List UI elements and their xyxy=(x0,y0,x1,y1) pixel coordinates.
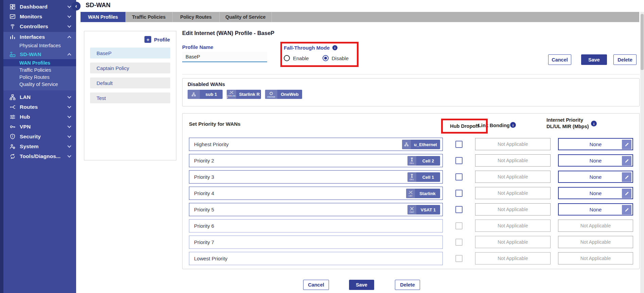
sidebar-item-controllers[interactable]: Controllers xyxy=(3,21,76,31)
sidebar-item-interfaces[interactable]: Interfaces xyxy=(3,32,76,42)
profile-item-basep[interactable]: BaseP xyxy=(90,48,170,58)
hub-dropoff-checkbox[interactable] xyxy=(455,206,463,213)
hub-dropoff-checkbox[interactable] xyxy=(455,157,463,164)
sidebar-item-physical-interfaces[interactable]: Physical Interfaces xyxy=(3,42,76,49)
edit-pencil-button[interactable] xyxy=(622,172,631,182)
profile-item-default[interactable]: Default xyxy=(90,77,170,88)
sidebar-item-system[interactable]: System xyxy=(3,141,76,151)
chevron-down-icon xyxy=(67,4,71,8)
sidebar-item-label: SD-WAN xyxy=(20,51,41,57)
sidebar-item-monitors[interactable]: Monitors xyxy=(3,12,76,21)
profile-name-input[interactable] xyxy=(182,52,267,62)
tab-wan-profiles[interactable]: WAN Profiles xyxy=(81,12,125,22)
tab-quality-of-service[interactable]: Quality of Service xyxy=(220,12,272,22)
routes-icon xyxy=(9,104,16,110)
shield-icon xyxy=(9,133,16,140)
wan-chip-oneweb[interactable]: ONEWEB OneWeb xyxy=(265,90,302,99)
link-bonding-value: Not Applicable xyxy=(475,252,551,264)
edit-pencil-button[interactable] xyxy=(622,189,631,198)
chevron-up-icon xyxy=(67,36,71,39)
sidebar-item-policy-routes[interactable]: Policy Routes xyxy=(3,73,76,81)
sidebar-item-routes[interactable]: Routes xyxy=(3,102,76,112)
sidebar-item-dashboard[interactable]: Dashboard xyxy=(3,2,76,12)
link-bonding-value: Not Applicable xyxy=(475,154,551,167)
sidebar-item-traffic-policies[interactable]: Traffic Policies xyxy=(3,66,76,73)
priority-row-box[interactable]: Highest Priority u_Ethernet xyxy=(189,138,443,151)
link-bonding-value: Not Applicable xyxy=(475,171,551,183)
sidebar-item-lan[interactable]: LAN xyxy=(3,92,76,102)
cell-tower-icon: CELL xyxy=(407,156,416,166)
info-icon[interactable]: i xyxy=(510,122,516,128)
profile-item-test[interactable]: Test xyxy=(90,92,170,103)
chevron-down-icon xyxy=(67,24,71,28)
chevron-down-icon xyxy=(67,144,71,148)
section-divider xyxy=(182,74,640,74)
edit-pencil-button[interactable] xyxy=(622,156,631,166)
sidebar-collapse-button[interactable]: ‹ xyxy=(72,2,81,11)
priority-row-box[interactable]: Priority 6 xyxy=(189,219,443,232)
delete-button[interactable]: Delete xyxy=(395,280,420,290)
sidebar-item-tools-diagnostics[interactable]: Tools/Diagnos... xyxy=(3,151,76,161)
disabled-wans-title: Disabled WANs xyxy=(188,81,225,87)
starlink-icon: LEO xyxy=(406,189,415,198)
cancel-button[interactable]: Cancel xyxy=(548,54,571,65)
info-icon[interactable]: i xyxy=(332,45,337,50)
wan-chip-cell1[interactable]: CELL Cell 1 xyxy=(407,172,440,182)
save-button[interactable]: Save xyxy=(349,280,374,290)
sidebar-item-security[interactable]: Security xyxy=(3,132,76,141)
hub-dropoff-checkbox-disabled xyxy=(455,222,463,229)
disabled-wans-panel: Disabled WANs sub 1 STARLINK-R Starlink … xyxy=(182,78,640,106)
sidebar-item-label: Interfaces xyxy=(20,34,45,40)
wan-chip-sub1[interactable]: sub 1 xyxy=(188,90,223,99)
priority-row: Priority 6 Not Applicable Not Applicable xyxy=(189,219,641,232)
enable-radio[interactable]: Enable xyxy=(284,55,309,61)
profile-item-captain-policy[interactable]: Captain Policy xyxy=(90,63,170,73)
edit-pencil-button[interactable] xyxy=(622,140,631,149)
sidebar-item-vpn[interactable]: VPN xyxy=(3,122,76,132)
priority-row-box[interactable]: Priority 2 CELL Cell 2 xyxy=(189,154,443,167)
add-profile-button[interactable]: + Profile xyxy=(144,36,170,43)
ethernet-icon xyxy=(188,90,200,99)
scrollbar-thumb[interactable] xyxy=(641,14,644,70)
priority-row-box[interactable]: Priority 7 xyxy=(189,236,443,249)
wan-chip-u-ethernet[interactable]: u_Ethernet xyxy=(402,140,440,149)
delete-button[interactable]: Delete xyxy=(613,54,637,65)
wan-chip-starlink[interactable]: LEO Starlink xyxy=(406,189,440,198)
priority-row-box[interactable]: Lowest Priority xyxy=(189,252,443,265)
wan-chip-starlink-r[interactable]: STARLINK-R Starlink R xyxy=(227,90,261,99)
plus-icon: + xyxy=(144,36,151,43)
app-window: Dashboard Monitors Controllers Interface… xyxy=(0,0,644,293)
hub-dropoff-checkbox[interactable] xyxy=(455,141,463,148)
wan-chip-cell2[interactable]: CELL Cell 2 xyxy=(407,156,440,166)
link-bonding-header: Link Bonding xyxy=(478,123,510,128)
fall-through-radios: Enable Disable xyxy=(284,55,355,61)
hub-dropoff-checkbox[interactable] xyxy=(455,173,463,180)
priority-row-box[interactable]: Priority 5 VSAT VSAT 1 xyxy=(189,203,443,216)
radio-checked-icon xyxy=(323,55,329,61)
wan-chip-vsat1[interactable]: VSAT VSAT 1 xyxy=(407,205,440,214)
add-profile-label: Profile xyxy=(154,37,170,42)
internet-priority-value: Not Applicable xyxy=(558,236,633,248)
edit-pencil-button[interactable] xyxy=(622,205,631,214)
edit-profile-heading: Edit Internet (WAN) Profile - BaseP xyxy=(182,30,274,36)
tab-policy-routes[interactable]: Policy Routes xyxy=(173,12,220,22)
profile-list: BaseP Captain Policy Default Test xyxy=(84,45,176,103)
sidebar-item-label: Tools/Diagnos... xyxy=(20,153,60,159)
info-icon[interactable]: i xyxy=(591,121,597,126)
chevron-down-icon xyxy=(67,14,71,18)
sidebar-item-quality-of-service[interactable]: Quality of Service xyxy=(3,81,76,88)
hub-dropoff-checkbox-disabled xyxy=(455,239,463,246)
add-profile-row: + Profile xyxy=(84,31,176,45)
cancel-button[interactable]: Cancel xyxy=(303,280,329,290)
priority-row-box[interactable]: Priority 4 LEO Starlink xyxy=(189,187,443,200)
priority-row-box[interactable]: Priority 3 CELL Cell 1 xyxy=(189,170,443,184)
interfaces-icon xyxy=(9,34,16,40)
sidebar-item-label: Hub xyxy=(20,114,30,120)
sidebar-item-hub[interactable]: Hub xyxy=(3,112,76,122)
save-button[interactable]: Save xyxy=(581,54,607,65)
tab-traffic-policies[interactable]: Traffic Policies xyxy=(125,12,173,22)
sidebar-item-wan-profiles[interactable]: WAN Profiles xyxy=(3,59,76,66)
disable-radio[interactable]: Disable xyxy=(323,55,349,61)
hub-dropoff-checkbox[interactable] xyxy=(455,190,463,197)
sidebar-item-sd-wan[interactable]: SD-WAN xyxy=(3,49,76,59)
